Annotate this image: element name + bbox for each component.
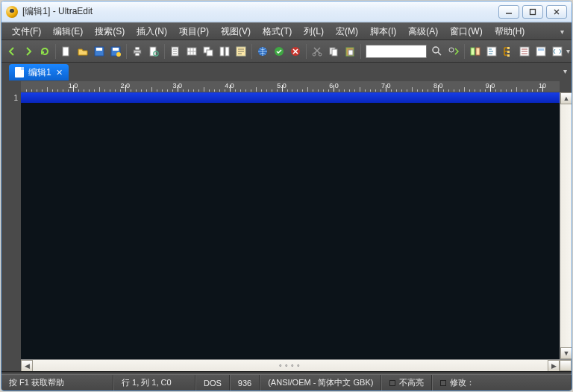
maximize-button[interactable] [522,5,543,19]
line-number-gutter: 1 [1,92,21,359]
menu-file[interactable]: 文件(F) [6,24,47,39]
svg-rect-38 [538,48,544,51]
svg-rect-39 [553,47,562,56]
html-tidy-icon[interactable] [288,44,303,59]
open-file-icon[interactable] [75,44,90,59]
menu-project[interactable]: 项目(P) [173,24,215,39]
svg-rect-16 [220,47,224,56]
save-icon[interactable] [92,44,107,59]
svg-rect-31 [476,48,480,55]
menu-macro[interactable]: 宏(M) [330,24,364,39]
menu-script[interactable]: 脚本(I) [364,24,402,39]
web-browser-icon[interactable] [255,44,270,59]
status-eol[interactable]: DOS [195,375,230,391]
tab-edit1[interactable]: 编辑1 ✕ [9,64,69,80]
file-tree-icon[interactable] [501,44,516,59]
titlebar[interactable]: [编辑1] - UltraEdit [1,1,572,22]
menubar-overflow-icon[interactable]: ▾ [560,28,567,36]
find-input[interactable] [366,45,427,58]
svg-rect-3 [96,48,102,51]
svg-rect-33 [507,47,510,49]
back-icon[interactable] [4,44,19,59]
status-encoding[interactable]: (ANSI/OEM - 简体中文 GBK) [260,375,381,391]
document-icon [15,67,24,78]
menu-search[interactable]: 搜索(S) [89,24,131,39]
macro-list-icon[interactable] [517,44,532,59]
scroll-up-icon[interactable]: ▲ [560,92,572,104]
status-highlight[interactable]: 不高亮 [381,375,432,391]
tag-list-icon[interactable] [550,44,565,59]
toolbar: ▾ [1,40,572,63]
text-editor[interactable] [21,92,560,359]
new-file-icon[interactable] [59,44,74,59]
status-modified: 修改： [432,375,572,391]
svg-point-29 [449,48,454,52]
status-position[interactable]: 行 1, 列 1, C0 [113,375,195,391]
tab-close-icon[interactable]: ✕ [56,68,63,78]
svg-rect-5 [113,48,119,51]
toggle-hex-icon[interactable] [184,44,199,59]
tablist-dropdown-icon[interactable]: ▾ [563,67,567,75]
html-validate-icon[interactable] [272,44,286,59]
menu-format[interactable]: 格式(T) [257,24,298,39]
function-list-icon[interactable] [484,44,499,59]
svg-point-6 [116,52,121,57]
print-preview-icon[interactable] [146,44,161,59]
current-line-highlight [21,92,560,103]
svg-rect-30 [471,48,475,55]
horizontal-ruler[interactable]: 1.02.03.04.05.06.07.08.09.010 [21,81,560,92]
svg-rect-9 [135,53,140,56]
page-setup-icon[interactable] [168,44,183,59]
save-as-icon[interactable] [108,44,123,59]
menu-advanced[interactable]: 高级(A) [402,24,444,39]
svg-rect-8 [135,47,140,50]
print-icon[interactable] [130,44,145,59]
vertical-scrollbar[interactable]: ▲ ▼ [560,92,572,359]
scroll-left-icon[interactable]: ◀ [21,360,33,372]
close-button[interactable] [546,5,567,19]
editor-area: 1 ▲ ▼ [1,92,572,359]
menu-window[interactable]: 窗口(W) [444,24,488,39]
tile-icon[interactable] [217,44,232,59]
find-next-icon[interactable] [446,44,461,59]
menubar: 文件(F) 编辑(E) 搜索(S) 插入(N) 项目(P) 视图(V) 格式(T… [1,22,572,40]
find-icon[interactable] [430,44,445,59]
scroll-down-icon[interactable]: ▼ [560,347,572,359]
cascade-icon[interactable] [201,44,216,59]
scroll-right-icon[interactable]: ▶ [548,360,560,372]
cut-icon[interactable] [310,44,325,59]
menu-edit[interactable]: 编辑(E) [47,24,89,39]
menu-insert[interactable]: 插入(N) [131,24,173,39]
svg-rect-1 [63,47,69,56]
horizontal-scrollbar[interactable]: ◀ ∘∘∘∘ ▶ [21,359,572,371]
svg-rect-35 [507,54,510,57]
minimize-button[interactable] [498,5,519,19]
tab-bar: 编辑1 ✕ ▾ [1,63,572,80]
app-window: [编辑1] - UltraEdit 文件(F) 编辑(E) 搜索(S) 插入(N… [1,1,572,391]
ruler-row: 1.02.03.04.05.06.07.08.09.010 [1,80,572,92]
paste-icon[interactable] [342,44,357,59]
copy-icon[interactable] [326,44,341,59]
svg-point-28 [433,47,439,53]
svg-rect-0 [530,9,536,14]
sessions-icon[interactable] [468,44,483,59]
splitter-grip-icon[interactable]: ∘∘∘∘ [278,362,302,370]
status-codepage[interactable]: 936 [230,375,260,391]
template-list-icon[interactable] [533,44,548,59]
window-title: [编辑1] - UltraEdit [22,5,498,18]
menu-column[interactable]: 列(L) [298,24,330,39]
menu-view[interactable]: 视图(V) [215,24,257,39]
status-help: 按 F1 获取帮助 [1,375,113,391]
toolbar-overflow-icon[interactable]: ▾ [566,47,572,55]
tab-label: 编辑1 [28,66,51,79]
line-number-1: 1 [1,94,18,102]
forward-icon[interactable] [21,44,36,59]
refresh-icon[interactable] [37,44,52,59]
svg-rect-25 [332,49,337,56]
menu-help[interactable]: 帮助(H) [489,24,531,39]
scrollbar-corner [560,360,572,371]
status-bar: 按 F1 获取帮助 行 1, 列 1, C0 DOS 936 (ANSI/OEM… [1,374,572,391]
word-wrap-icon[interactable] [234,44,248,59]
svg-rect-15 [207,50,213,56]
svg-rect-17 [225,47,229,56]
